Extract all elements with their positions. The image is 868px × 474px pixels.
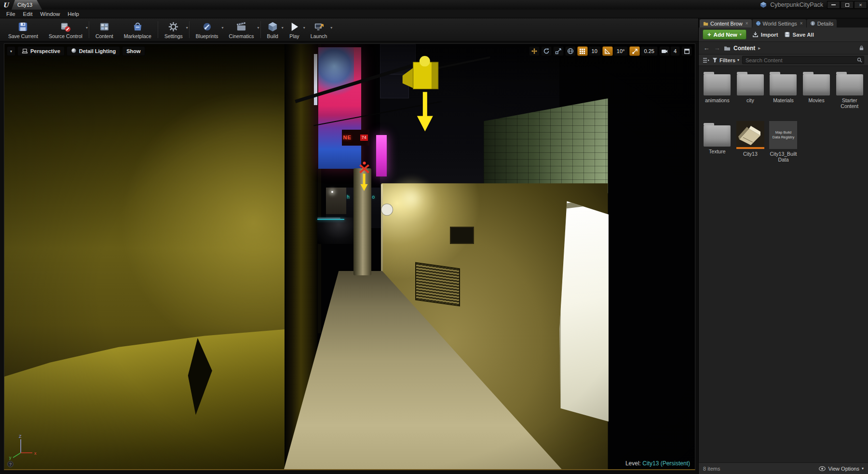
- breadcrumb-caret-icon: ▸: [758, 45, 760, 51]
- play-icon: [289, 21, 300, 32]
- grid-snap-toggle[interactable]: [577, 46, 588, 56]
- folder-item-animations[interactable]: animations: [701, 70, 733, 118]
- wire: [438, 57, 490, 68]
- rotation-snap-toggle[interactable]: [602, 46, 613, 56]
- scale-snap-value[interactable]: 0.25: [640, 46, 657, 56]
- marketplace-icon: [132, 21, 143, 32]
- dropdown-caret-icon[interactable]: ▾: [186, 26, 188, 30]
- translate-tool-button[interactable]: [529, 46, 540, 56]
- level-indicator: Level: City13 (Persistent): [625, 460, 690, 467]
- dropdown-caret-icon[interactable]: ▾: [257, 26, 259, 30]
- grid-snap-value[interactable]: 10: [588, 46, 601, 56]
- menu-help[interactable]: Help: [64, 11, 83, 17]
- level-label: Level:: [625, 460, 641, 467]
- viewport-options-button[interactable]: ▾: [7, 46, 15, 56]
- viewport-toolbar-right: 10 10° 0.25 4: [529, 46, 692, 56]
- cinematics-button[interactable]: Cinematics ▾: [224, 19, 259, 40]
- content-browser-panel: Content Brow × World Settings × Details …: [698, 18, 868, 474]
- back-arrow-icon[interactable]: ←: [703, 44, 710, 52]
- asset-grid: animations city Materials Movies Starter…: [699, 66, 868, 462]
- scale-tool-button[interactable]: [553, 46, 564, 56]
- launch-button[interactable]: Launch ▾: [305, 19, 332, 40]
- save-icon: [17, 21, 28, 32]
- import-button[interactable]: Import: [752, 31, 778, 38]
- save-current-button[interactable]: Save Current: [3, 19, 43, 40]
- dropdown-caret-icon[interactable]: ▾: [330, 26, 332, 30]
- menu-window[interactable]: Window: [36, 11, 64, 17]
- tab-close-icon[interactable]: ×: [800, 21, 803, 26]
- folder-icon: [770, 74, 797, 95]
- world-coordinate-button[interactable]: [565, 46, 576, 56]
- folder-icon: [836, 74, 863, 95]
- content-browser-filter-bar: Filters ▾: [699, 54, 868, 66]
- settings-button[interactable]: Settings ▾: [159, 19, 188, 40]
- folder-item-starter-content[interactable]: Starter Content: [833, 70, 866, 118]
- lock-icon[interactable]: [859, 45, 864, 51]
- show-flags-button[interactable]: Show: [122, 46, 145, 56]
- camera-speed-button[interactable]: [659, 46, 670, 56]
- level-viewport[interactable]: NE 74 h o f o x!: [4, 43, 695, 470]
- folder-item-movies[interactable]: Movies: [800, 70, 833, 118]
- speaker-actor[interactable]: [403, 56, 438, 89]
- tab-close-icon[interactable]: ×: [746, 21, 748, 26]
- folder-icon: [737, 74, 764, 95]
- project-icon: [760, 1, 767, 8]
- camera-speed-value[interactable]: 4: [670, 46, 680, 56]
- tab-details[interactable]: Details: [807, 19, 837, 27]
- build-button[interactable]: Build ▾: [262, 19, 284, 40]
- toolbar-separator: [260, 21, 261, 38]
- window-tab-city13[interactable]: City13: [12, 0, 42, 10]
- view-options-button[interactable]: View Options ▾: [819, 466, 864, 472]
- menu-edit[interactable]: Edit: [19, 11, 37, 17]
- tab-content-browser[interactable]: Content Brow ×: [700, 19, 752, 27]
- dropdown-caret-icon[interactable]: ▾: [86, 26, 88, 30]
- content-button[interactable]: Content: [90, 19, 119, 40]
- play-button[interactable]: Play ▾: [284, 19, 305, 40]
- minimize-button[interactable]: [827, 1, 840, 9]
- blueprints-button[interactable]: Blueprints ▾: [190, 19, 224, 40]
- source-control-button[interactable]: Source Control ▾: [43, 19, 88, 40]
- add-new-button[interactable]: + Add New ▾: [703, 29, 746, 40]
- save-all-button[interactable]: Save All: [784, 31, 814, 38]
- content-browser-path-bar: ← → Content ▸: [699, 42, 868, 54]
- forward-arrow-icon[interactable]: →: [713, 44, 721, 52]
- sources-panel-toggle-icon[interactable]: [703, 57, 709, 63]
- rotate-tool-button[interactable]: [541, 46, 552, 56]
- pole-arm: [295, 66, 413, 102]
- items-count: 8 items: [703, 466, 720, 472]
- source-control-icon: [60, 21, 71, 32]
- restore-button[interactable]: [841, 1, 854, 9]
- folder-item-city[interactable]: city: [734, 70, 767, 118]
- view-mode-button[interactable]: Detail Lighting: [67, 46, 120, 56]
- folder-item-materials[interactable]: Materials: [767, 70, 800, 118]
- small-selection-gizmo[interactable]: [360, 162, 369, 191]
- tab-world-settings[interactable]: World Settings ×: [752, 19, 806, 27]
- folder-icon: [704, 74, 731, 95]
- translate-gizmo-arrow[interactable]: [417, 92, 433, 132]
- asset-item-city13-level[interactable]: City13: [734, 121, 767, 169]
- maximize-viewport-button[interactable]: [681, 46, 692, 56]
- question-icon: ?: [9, 462, 12, 467]
- asset-item-city13-built-data[interactable]: Map Build Data Registry City13_Built Dat…: [767, 121, 800, 169]
- viewport-help-button[interactable]: ?: [7, 461, 14, 467]
- menu-file[interactable]: File: [2, 11, 19, 17]
- asset-type-color-bar: [736, 147, 764, 149]
- marketplace-button[interactable]: Marketplace: [119, 19, 157, 40]
- folder-item-texture[interactable]: Texture: [701, 121, 733, 169]
- perspective-icon: [22, 48, 28, 55]
- toolbar-separator: [189, 21, 190, 38]
- scene-render[interactable]: NE 74 h o f o x!: [4, 44, 695, 469]
- perspective-button[interactable]: Perspective: [17, 46, 65, 56]
- settings-gear-icon: [168, 21, 179, 32]
- folder-icon: [803, 74, 830, 95]
- filter-funnel-icon: [712, 57, 718, 63]
- close-button[interactable]: ×: [854, 1, 867, 9]
- filters-button[interactable]: Filters ▾: [712, 57, 739, 63]
- level-value: City13 (Persistent): [642, 460, 690, 467]
- breadcrumb-content[interactable]: Content: [733, 45, 755, 52]
- search-input[interactable]: [742, 56, 864, 64]
- rotation-snap-value[interactable]: 10°: [613, 46, 628, 56]
- lit-sphere-icon: [71, 48, 77, 54]
- scale-snap-toggle[interactable]: [629, 46, 640, 56]
- details-tab-icon: [810, 21, 815, 26]
